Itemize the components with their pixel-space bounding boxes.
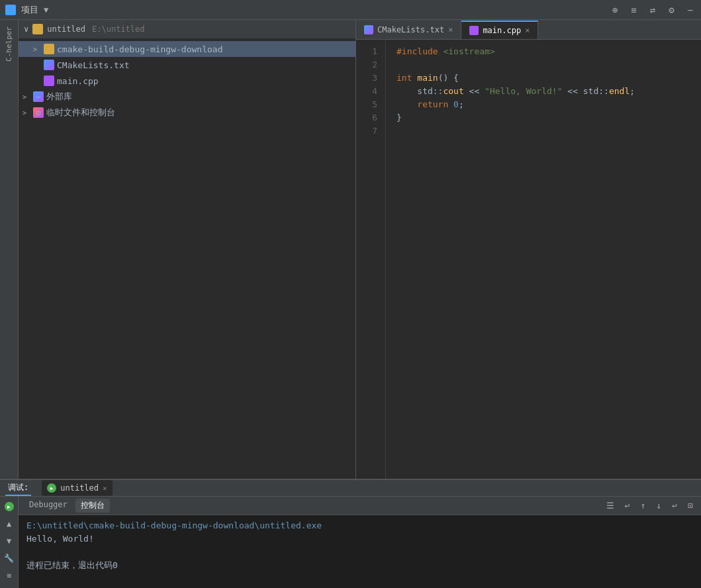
external-libs-icon: ⋯ — [33, 91, 44, 102]
console-line-3 — [26, 546, 693, 559]
project-path: E:\untitled — [92, 24, 144, 34]
editor-tabs: CMakeLists.txt × main.cpp × — [356, 20, 701, 40]
tree-label-temp: 临时文件和控制台 — [46, 107, 115, 119]
bottom-right-section: Debugger 控制台 ☰ ↩ ↑ ↓ ↩ ⊡ E:\untitled\cma… — [19, 497, 701, 588]
tree-item-maincpp[interactable]: main.cpp — [19, 73, 355, 89]
cmake-tab-label: CMakeLists.txt — [377, 25, 444, 34]
globe-icon[interactable]: ⊕ — [610, 3, 620, 17]
tree-label-cmake-build: cmake-build-debug-mingw-download — [57, 44, 222, 54]
cpp-file-icon — [44, 75, 54, 86]
toolbar-list-icon[interactable]: ☰ — [604, 499, 617, 512]
bottom-icon-run[interactable]: ▶ — [2, 499, 17, 514]
bottom-toolbar-right-icons: ☰ ↩ ↑ ↓ ↩ ⊡ — [604, 499, 696, 512]
bottom-icon-terminal[interactable]: >_ — [2, 585, 17, 588]
session-tab-label: untitled — [60, 483, 99, 493]
console-content: E:\untitled\cmake-build-debug-mingw-down… — [19, 515, 701, 588]
tree-arrow-temp: > — [23, 109, 30, 117]
cpp-tab-icon — [469, 26, 479, 35]
project-name: untitled — [47, 24, 85, 34]
app-icon — [5, 5, 16, 15]
code-line-4: std::cout << "Hello, World!" << std::end… — [397, 85, 690, 98]
cpp-tab-close[interactable]: × — [525, 26, 530, 35]
title-bar-actions: ⊕ ≡ ⇄ ⚙ − — [610, 3, 696, 17]
project-label: 项目 — [21, 4, 38, 16]
menu-icon[interactable]: ≡ — [628, 3, 639, 17]
debugger-tab[interactable]: Debugger — [24, 499, 73, 513]
swap-icon[interactable]: ⇄ — [647, 3, 658, 17]
main-layout: C-helper ∨ untitled E:\untitled > cmake-… — [0, 20, 701, 479]
bottom-icon-up[interactable]: ▲ — [2, 516, 17, 531]
bottom-left-icons: ▶ ▲ ▼ 🔧 ≡ >_ — [0, 497, 19, 588]
tab-maincpp[interactable]: main.cpp × — [461, 21, 538, 39]
toolbar-next-icon[interactable]: ↩ — [669, 499, 680, 512]
project-folder-icon — [32, 24, 43, 34]
code-line-7 — [397, 124, 690, 138]
cmake-file-icon — [44, 60, 54, 70]
left-sidebar: C-helper — [0, 20, 19, 479]
console-line-4: 进程已结束，退出代码0 — [26, 559, 693, 572]
code-line-5: return 0; — [397, 98, 690, 111]
cpp-tab-label: main.cpp — [483, 26, 521, 35]
toolbar-up-icon[interactable]: ↑ — [638, 499, 649, 512]
bottom-icon-list[interactable]: ≡ — [2, 568, 17, 583]
tree-label-cmakelists: CMakeLists.txt — [57, 60, 130, 70]
folder-icon-cmake-build — [44, 44, 54, 54]
tree-item-external-libs[interactable]: > ⋯ 外部库 — [19, 89, 355, 105]
file-tree-header: ∨ untitled E:\untitled — [19, 20, 355, 38]
tree-item-cmakelists[interactable]: CMakeLists.txt — [19, 57, 355, 73]
console-line-1: E:\untitled\cmake-build-debug-mingw-down… — [26, 519, 693, 532]
cmake-tab-icon — [364, 25, 373, 34]
tree-arrow-external: > — [23, 93, 30, 101]
console-tab[interactable]: 控制台 — [75, 499, 110, 513]
bottom-tabs-bar: 调试: ▶ untitled × — [0, 480, 701, 497]
bottom-panel: 调试: ▶ untitled × ▶ ▲ ▼ 🔧 ≡ >_ Debugger — [0, 479, 701, 588]
tree-label-external: 外部库 — [46, 91, 72, 103]
settings-icon[interactable]: ⚙ — [666, 3, 677, 17]
editor-area: CMakeLists.txt × main.cpp × 1 2 3 4 5 6 … — [356, 20, 701, 479]
line-numbers: 1 2 3 4 5 6 7 — [356, 40, 386, 479]
console-line-2: Hello, World! — [26, 532, 693, 546]
temp-files-icon: ⊡ — [33, 107, 44, 118]
dropdown-arrow[interactable]: ▼ — [44, 5, 48, 15]
minimize-icon[interactable]: − — [685, 3, 696, 17]
session-close-icon[interactable]: × — [103, 484, 107, 493]
cmake-tab-close[interactable]: × — [448, 25, 453, 34]
bottom-tab-debug-label[interactable]: 调试: — [5, 480, 31, 496]
toolbar-undo-icon[interactable]: ↩ — [622, 499, 633, 512]
bottom-toolbar-tabs: Debugger 控制台 — [24, 499, 110, 513]
tree-arrow-cmake-build: > — [33, 46, 41, 53]
run-icon: ▶ — [47, 483, 56, 493]
toolbar-grid-icon[interactable]: ⊡ — [685, 499, 696, 512]
bottom-icon-wrench[interactable]: 🔧 — [2, 551, 17, 565]
sidebar-item-chelper[interactable]: C-helper — [5, 23, 13, 66]
bottom-tab-session[interactable]: ▶ untitled × — [42, 480, 112, 496]
tree-item-cmake-build[interactable]: > cmake-build-debug-mingw-download — [19, 41, 355, 57]
code-editor[interactable]: 1 2 3 4 5 6 7 #include <iostream> int ma… — [356, 40, 701, 479]
tab-cmakelists[interactable]: CMakeLists.txt × — [356, 21, 461, 39]
bottom-toolbar: Debugger 控制台 ☰ ↩ ↑ ↓ ↩ ⊡ — [19, 497, 701, 515]
tree-item-temp-files[interactable]: > ⊡ 临时文件和控制台 — [19, 105, 355, 121]
bottom-run-icon: ▶ — [5, 502, 14, 511]
tree-header-arrow: ∨ — [24, 24, 28, 34]
code-content[interactable]: #include <iostream> int main() { std::co… — [386, 40, 701, 479]
code-line-3: int main() { — [397, 72, 690, 85]
bottom-icon-down[interactable]: ▼ — [2, 534, 17, 548]
bottom-main: ▶ ▲ ▼ 🔧 ≡ >_ Debugger 控制台 ☰ ↩ ↑ ↓ — [0, 497, 701, 588]
file-tree-content: > cmake-build-debug-mingw-download CMake… — [19, 38, 355, 123]
tree-label-maincpp: main.cpp — [57, 76, 99, 86]
toolbar-down-icon[interactable]: ↓ — [654, 499, 665, 512]
code-line-1: #include <iostream> — [397, 45, 690, 58]
code-line-6: } — [397, 111, 690, 124]
file-tree-panel: ∨ untitled E:\untitled > cmake-build-deb… — [19, 20, 356, 479]
code-line-2 — [397, 58, 690, 72]
title-bar: 项目 ▼ ⊕ ≡ ⇄ ⚙ − — [0, 0, 701, 20]
